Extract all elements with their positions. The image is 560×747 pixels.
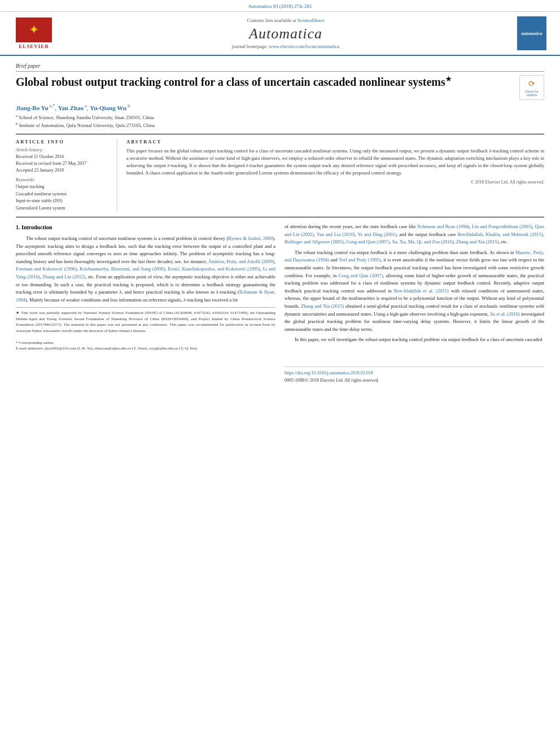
- paper-title-row: Global robust output tracking control fo…: [16, 75, 544, 100]
- article-history-label: Article history:: [16, 147, 110, 152]
- ref-teel[interactable]: Teel and Praly (1995): [339, 257, 381, 263]
- affiliation-a: a School of Science, Shandong Jianzhu Un…: [16, 113, 544, 121]
- author-3: Yu-Qiang Wu: [90, 104, 126, 111]
- article-info-title: ARTICLE INFO: [16, 139, 110, 145]
- info-abstract-row: ARTICLE INFO Article history: Received 1…: [16, 134, 544, 217]
- journal-header: ELSEVIER Contents lists available at Sci…: [0, 12, 560, 56]
- keywords-section: Keywords: Output tracking Cascaded nonli…: [16, 177, 110, 212]
- sciencedirect-link[interactable]: ScienceDirect: [298, 18, 325, 23]
- ref-mazenc[interactable]: Mazenc, Praly, and Dayawansa (1994): [285, 250, 544, 263]
- body-para-2: of attention during the recent years, se…: [285, 223, 544, 246]
- main-content: Brief paper Global robust output trackin…: [0, 56, 560, 747]
- footer-doi[interactable]: https://doi.org/10.1016/j.automatica.201…: [285, 370, 544, 377]
- ref-andrieu[interactable]: Andrieu, Praly, and Astolfi (2009): [208, 259, 274, 264]
- ref-yan-liu[interactable]: Yan and Liu (2010): [317, 231, 355, 237]
- ref-ilchmann-ryan[interactable]: Ilchmann & Ryan, 1994: [16, 289, 275, 303]
- journal-citation: Automatica 93 (2018) 274–281: [248, 3, 312, 9]
- ref-bullinger[interactable]: Bullinger and Allgower (2005): [285, 239, 344, 244]
- affiliations: a School of Science, Shandong Jianzhu Un…: [16, 113, 544, 129]
- ref-gong-qian2[interactable]: Gong and Qian (2007): [338, 273, 383, 278]
- body-para-3: The robust tracking control via output f…: [285, 249, 544, 334]
- check-updates-icon: ⟳: [528, 79, 535, 89]
- article-info: ARTICLE INFO Article history: Received 1…: [16, 139, 117, 212]
- ref-zhang-xia[interactable]: Zhang and Xia (2015): [456, 239, 498, 244]
- ref-freeman[interactable]: Freeman and Kokotović (1996): [16, 266, 77, 272]
- ref-krstic[interactable]: Krstić, Kanellakopoulos, and Kokotović (…: [168, 266, 260, 272]
- journal-center: Contents lists available at ScienceDirec…: [62, 18, 509, 49]
- copyright-line: © 2018 Elsevier Ltd. All rights reserved…: [126, 180, 544, 185]
- automatica-logo-box: automatica: [517, 16, 546, 50]
- ref-benabdallah[interactable]: BenAbdallah, Khalifa, and Mabrouk (2015): [457, 231, 542, 237]
- journal-logo-right: automatica: [515, 16, 549, 50]
- ref-ilchmann-ryan2[interactable]: Ilchmann and Ryan (1994): [417, 224, 469, 229]
- keywords-list: Output tracking Cascaded nonlinear syste…: [16, 184, 110, 212]
- journal-title: Automatica: [249, 25, 322, 42]
- ref-zhang-xia2[interactable]: Zhang and Xia (2015): [301, 303, 344, 309]
- top-bar: Automatica 93 (2018) 274–281: [0, 0, 560, 12]
- journal-homepage-link[interactable]: www.elsevier.com/locate/automatica: [269, 43, 339, 49]
- abstract-section: ABSTRACT This paper focuses on the globa…: [126, 139, 544, 212]
- ref-gong-qian[interactable]: Gong and Qian (2007): [346, 239, 390, 244]
- journal-contents-text: Contents lists available at ScienceDirec…: [247, 18, 325, 23]
- abstract-text: This paper focuses on the global robust …: [126, 147, 544, 177]
- body-columns: 1. Introduction The robust output tracki…: [16, 223, 544, 385]
- elsevier-text: ELSEVIER: [19, 43, 49, 49]
- author-2: Yan Zhao: [58, 104, 84, 111]
- elsevier-logo-box: [16, 18, 52, 42]
- section-label: Brief paper: [16, 63, 544, 72]
- ref-jia2[interactable]: Jia et al. (2016): [490, 311, 520, 317]
- authors-line: Jiang-Bo Yu a,*, Yan Zhao a, Yu-Qiang Wu…: [16, 103, 544, 111]
- col-left: 1. Introduction The robust output tracki…: [16, 223, 275, 385]
- ref-lin-pong[interactable]: Lin and Pongvuthithum (2003): [472, 224, 532, 229]
- section-1-title: 1. Introduction: [16, 223, 275, 232]
- footer-issn: 0005-1098/© 2018 Elsevier Ltd. All right…: [285, 377, 544, 385]
- ref-ye-ding[interactable]: Ye and Ding (2001): [357, 231, 396, 237]
- page: Automatica 93 (2018) 274–281 ELSEVIER Co…: [0, 0, 560, 747]
- paper-title: Global robust output tracking control fo…: [16, 75, 514, 89]
- ref-byrnes[interactable]: Byrnes & Isidori, 2000: [228, 235, 273, 241]
- check-updates-badge: ⟳ Check for updates: [519, 75, 544, 100]
- ref-zhang-lin[interactable]: Zhang and Lin (2012): [42, 274, 85, 279]
- body-para-1: The robust output tracking control of un…: [16, 235, 275, 304]
- body-para-4: In this paper, we will investigate the r…: [285, 336, 544, 344]
- author-1: Jiang-Bo Yu: [16, 104, 49, 111]
- footnote-star: ★ This work was partially supported by N…: [16, 307, 275, 352]
- abstract-title: ABSTRACT: [126, 139, 544, 145]
- ref-benabdallah2[interactable]: Ben-Abdallah et al. (2015): [394, 288, 449, 294]
- footer-doi-area: https://doi.org/10.1016/j.automatica.201…: [285, 366, 544, 385]
- elsevier-logo: ELSEVIER: [11, 18, 56, 49]
- col-right: of attention during the recent years, se…: [285, 223, 544, 385]
- keywords-label: Keywords:: [16, 177, 110, 182]
- affiliation-b: b Institute of Automation, Qufu Normal U…: [16, 121, 544, 129]
- ref-krishna[interactable]: Krishnamurthy, Khorrami, and Jiang (2006…: [80, 266, 165, 272]
- received-date: Received 11 October 2016 Received in rev…: [16, 154, 110, 174]
- ref-jia[interactable]: Jia, Xu, Ma, Qi, and Zou (2016): [392, 239, 454, 244]
- journal-homepage: journal homepage: www.elsevier.com/locat…: [232, 43, 340, 49]
